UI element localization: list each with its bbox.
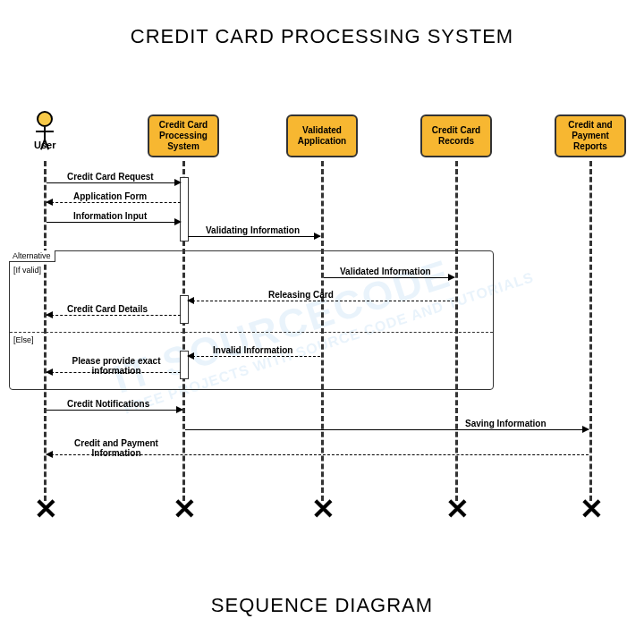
msg-credit-notifications: Credit Notifications <box>67 399 149 409</box>
actor-user: User <box>34 111 55 150</box>
sequence-diagram: User Credit Card Processing System Valid… <box>18 107 626 537</box>
destroy-records: ✕ <box>445 492 470 526</box>
destroy-reports: ✕ <box>580 492 604 526</box>
alt-label: Alternative <box>9 250 55 262</box>
page-title: CREDIT CARD PROCESSING SYSTEM <box>0 25 644 48</box>
destroy-user: ✕ <box>34 492 58 526</box>
arrow-m1 <box>47 182 181 183</box>
msg-please-provide: Please provide exact information <box>58 356 174 376</box>
destroy-system: ✕ <box>173 492 197 526</box>
activation-system-1 <box>180 177 189 242</box>
msg-validated-information: Validated Information <box>340 267 431 276</box>
arrow-m11 <box>185 429 589 430</box>
arrow-m10 <box>47 410 182 411</box>
arrow-m8 <box>188 356 320 357</box>
alt-condition-else: [Else] <box>13 335 34 344</box>
lifeline-reports <box>589 161 592 501</box>
msg-credit-card-details: Credit Card Details <box>67 304 148 314</box>
user-icon <box>34 111 55 132</box>
arrow-m3 <box>47 222 181 223</box>
destroy-validated: ✕ <box>311 492 335 526</box>
lifeline-box-system: Credit Card Processing System <box>148 114 219 157</box>
arrow-m5 <box>324 277 454 278</box>
arrow-m4 <box>188 236 320 237</box>
msg-information-input: Information Input <box>73 211 147 221</box>
msg-application-form: Application Form <box>73 191 147 201</box>
footer-title: SEQUENCE DIAGRAM <box>0 594 644 617</box>
msg-validating-information: Validating Information <box>206 225 300 235</box>
alt-divider <box>10 332 493 333</box>
msg-saving-information: Saving Information <box>465 419 547 428</box>
lifeline-box-reports: Credit and Payment Reports <box>555 114 626 157</box>
arrow-m6 <box>188 301 454 301</box>
msg-releasing-card: Releasing Card <box>268 290 334 300</box>
arrow-m7 <box>47 315 181 316</box>
arrow-m2 <box>47 202 181 203</box>
msg-invalid-information: Invalid Information <box>213 345 292 355</box>
msg-credit-card-request: Credit Card Request <box>67 172 154 182</box>
alt-condition-if: [If valid] <box>13 266 41 275</box>
lifeline-box-records: Credit Card Records <box>420 114 492 157</box>
lifeline-box-validated: Validated Application <box>286 114 358 157</box>
msg-credit-payment-info: Credit and Payment Information <box>67 438 165 458</box>
